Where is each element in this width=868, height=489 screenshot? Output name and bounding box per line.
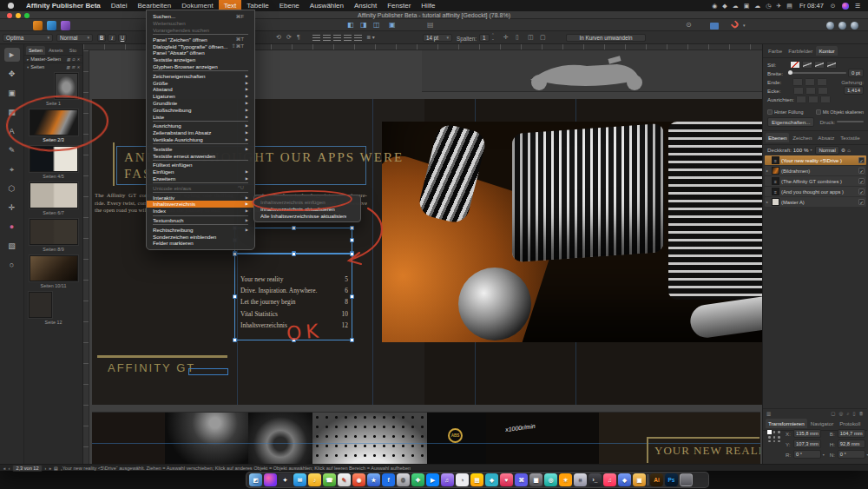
dock-app-icon[interactable]: ☀ bbox=[559, 473, 572, 486]
menubar-item[interactable]: Hilfe bbox=[416, 0, 440, 11]
dock-app-icon[interactable]: ▦ bbox=[529, 473, 542, 486]
master-pages-row[interactable]: ▸ Master-Seiten ▦⧉✕ bbox=[24, 55, 82, 63]
align-text-left-button[interactable] bbox=[312, 35, 320, 42]
join-bevel-button[interactable] bbox=[818, 87, 828, 95]
menu-item[interactable]: Textstile erneut anwenden bbox=[147, 152, 254, 159]
menu-item[interactable] bbox=[153, 143, 248, 144]
frame-options-icon[interactable]: ▢ bbox=[540, 34, 546, 41]
stroke-dash-button[interactable] bbox=[814, 61, 825, 69]
menubar-status-icon[interactable]: ◷ bbox=[763, 3, 773, 10]
collapse-caret-icon[interactable]: ▸ bbox=[27, 57, 29, 62]
layer-visibility-checkbox[interactable]: ✓ bbox=[858, 168, 865, 174]
next-page-title[interactable]: YOUR NEW REALITY bbox=[654, 444, 760, 458]
stroke-solid-button[interactable] bbox=[802, 61, 812, 69]
tool-button[interactable]: ✥ bbox=[4, 67, 20, 81]
justify-all-button[interactable] bbox=[354, 35, 362, 42]
list-style-dropdown-icon[interactable]: ≣ ▾ bbox=[366, 34, 375, 40]
dock-app-icon[interactable]: ▤ bbox=[470, 473, 483, 486]
layer-row[interactable]: (Master A)✓ bbox=[765, 197, 866, 207]
menubar-status-icon[interactable]: ☁ bbox=[730, 3, 741, 10]
dock-app-icon[interactable]: ◉ bbox=[352, 473, 365, 486]
menubar-item[interactable]: Ansicht bbox=[349, 0, 382, 11]
menu-item[interactable] bbox=[153, 70, 248, 71]
align-left-icon[interactable]: ◧ bbox=[347, 21, 354, 29]
footer-placeholder-frame[interactable] bbox=[188, 368, 228, 375]
menubar-clock[interactable]: Fr 08:47 bbox=[796, 2, 827, 10]
join-round-button[interactable] bbox=[806, 87, 816, 95]
layer-visibility-checkbox[interactable]: ✓ bbox=[858, 188, 865, 195]
menu-item[interactable]: Panel "Absatz" öffnen bbox=[147, 50, 254, 56]
transform-field[interactable]: X:135,8 mm bbox=[786, 429, 826, 438]
menu-item[interactable]: Textstile bbox=[147, 145, 254, 152]
layer-visibility-checkbox[interactable]: ✓ bbox=[858, 178, 865, 184]
transform-anchor-selector[interactable] bbox=[767, 429, 781, 443]
menu-item[interactable]: Textstile anzeigen bbox=[147, 56, 254, 63]
behind-fill-checkbox[interactable]: Hinter Füllung bbox=[767, 109, 804, 115]
dock-app-icon[interactable]: ▣ bbox=[633, 473, 646, 486]
close-window-button[interactable] bbox=[7, 13, 12, 18]
menu-item[interactable]: Suchen...⌘F bbox=[147, 13, 254, 20]
underline-button[interactable]: U bbox=[118, 34, 127, 42]
dock-app-icon[interactable]: ♫ bbox=[603, 473, 616, 486]
menu-item[interactable]: Zeilenabstand im Absatz bbox=[147, 129, 254, 136]
menu-item[interactable]: Interaktiv bbox=[147, 194, 254, 201]
menu-item[interactable]: Erweitern bbox=[147, 175, 254, 182]
tool-button[interactable]: ✛ bbox=[4, 201, 20, 215]
designer-persona-icon[interactable] bbox=[47, 21, 56, 30]
menu-item[interactable]: Größe bbox=[147, 79, 254, 86]
redo-style-icon[interactable]: ⟳ bbox=[286, 34, 292, 41]
dock-app-icon[interactable]: ⌘ bbox=[515, 473, 528, 486]
dock-app-icon[interactable]: Ai bbox=[650, 473, 663, 486]
tool-button[interactable]: ○ bbox=[4, 258, 20, 272]
menu-item[interactable]: Inhaltsverzeichnis einfügen bbox=[254, 198, 360, 205]
trash-icon[interactable]: 🗑 bbox=[859, 411, 865, 417]
undo-style-icon[interactable]: ⟲ bbox=[276, 34, 281, 41]
stroke-none-button[interactable] bbox=[790, 61, 800, 69]
footer-title[interactable]: AFFINITY GT bbox=[108, 361, 195, 374]
publisher-persona-icon[interactable] bbox=[33, 21, 43, 30]
panel-tab[interactable]: Farbfelder bbox=[786, 46, 815, 56]
align-text-center-button[interactable] bbox=[323, 35, 331, 42]
font-size-select[interactable]: 14 pt▾ bbox=[423, 34, 452, 42]
apple-icon[interactable] bbox=[8, 3, 14, 9]
pilcrow-icon[interactable]: ¶ bbox=[297, 34, 300, 40]
stroke-width-slider[interactable] bbox=[788, 72, 846, 74]
panel-tab[interactable]: Zeichen bbox=[790, 133, 814, 142]
dock-app-icon[interactable]: ✦ bbox=[279, 473, 292, 486]
dock-app-icon[interactable]: ♥ bbox=[500, 473, 513, 486]
page-list-item[interactable]: Seiten 8/9 bbox=[24, 219, 82, 253]
menu-item[interactable]: Alle Inhaltsverzeichnisse aktualisieren bbox=[254, 212, 360, 219]
stroke-brush-button[interactable] bbox=[826, 61, 837, 69]
layer-row[interactable]: ≡(The Affinity GT combines )✓ bbox=[765, 176, 866, 186]
transform-field[interactable]: B:104,7 mm bbox=[830, 429, 868, 438]
page-list-item[interactable]: Seite 1 bbox=[24, 73, 82, 107]
menu-item[interactable]: Ligaturen bbox=[147, 93, 254, 100]
menu-item[interactable] bbox=[153, 34, 248, 35]
dock-app-icon[interactable]: ♬ bbox=[441, 473, 454, 486]
tool-button[interactable]: ⌖ bbox=[4, 162, 20, 176]
stroke-properties-button[interactable]: Eigenschaften... bbox=[767, 117, 814, 127]
menu-item[interactable]: Einfügen bbox=[147, 169, 254, 175]
menubar-item[interactable]: Fenster bbox=[382, 0, 416, 11]
stroke-width-field[interactable]: 0 pt bbox=[848, 69, 864, 77]
font-style-select[interactable]: Normal▾ bbox=[56, 34, 93, 42]
align-inner-stroke-button[interactable] bbox=[808, 96, 819, 103]
menu-item[interactable] bbox=[153, 121, 248, 122]
frame-scale-icon[interactable]: ◫ bbox=[528, 34, 534, 41]
layer-row[interactable]: (Bildrahmen)✓ bbox=[765, 166, 866, 175]
page-list-item[interactable]: Seite 12 bbox=[24, 292, 82, 326]
engine-photo[interactable] bbox=[382, 122, 762, 342]
menu-item[interactable]: Grundlinie bbox=[147, 100, 254, 107]
dock-app-icon[interactable]: ◩ bbox=[249, 473, 262, 486]
menu-item[interactable]: Inhaltsverzeichnis aktualisieren bbox=[254, 205, 360, 212]
cap-square-button[interactable] bbox=[817, 78, 827, 86]
menu-item[interactable]: Sonderzeichen einblenden bbox=[147, 233, 254, 240]
layer-visibility-checkbox[interactable]: ✓ bbox=[858, 199, 865, 205]
first-page-button[interactable]: « bbox=[3, 466, 6, 471]
last-page-button[interactable]: » bbox=[49, 466, 51, 471]
align-right-icon[interactable]: ◫ bbox=[373, 21, 380, 29]
tool-button[interactable]: ▧ bbox=[4, 239, 20, 253]
bold-button[interactable]: B bbox=[97, 34, 106, 42]
next-page-button[interactable]: › bbox=[45, 466, 47, 471]
dock-app-icon[interactable] bbox=[264, 473, 277, 486]
